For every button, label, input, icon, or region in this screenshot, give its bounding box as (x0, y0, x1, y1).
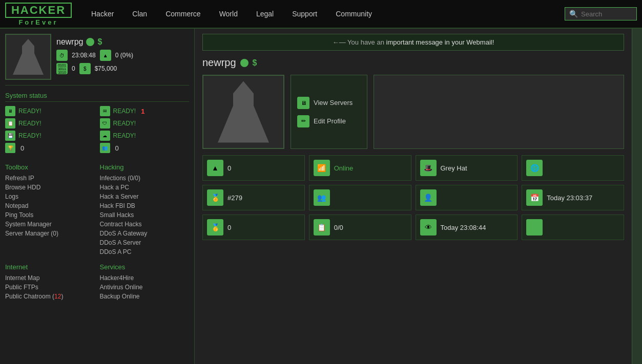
status-notepad-text: READY! (18, 120, 42, 127)
nav-clan[interactable]: Clan (128, 8, 151, 20)
system-status-title: System status (5, 92, 189, 102)
ddos-pc-link[interactable]: DDoS A PC (100, 248, 132, 255)
nav-commerce[interactable]: Commerce (161, 8, 204, 20)
nav-world[interactable]: World (215, 8, 242, 20)
monitor-icon: 🖥 (5, 106, 15, 116)
notepad-link[interactable]: Notepad (5, 202, 28, 209)
internet-links: Internet Map Public FTPs Public Chatroom… (5, 274, 95, 300)
internet-section: Internet Internet Map Public FTPs Public… (5, 263, 95, 302)
ddos-server-link[interactable]: DDoS A Server (100, 239, 141, 246)
stat-empty (522, 215, 624, 240)
time-val: 23:08:48 (72, 52, 96, 59)
list-item: Hack FBI DB (100, 202, 190, 209)
internet-map-link[interactable]: Internet Map (5, 274, 39, 282)
group1-icon: 👥 (314, 189, 330, 206)
empty-icon (526, 219, 543, 235)
list-item: DDoS A PC (100, 248, 190, 255)
logo[interactable]: HaCKer ForEver (5, 3, 72, 26)
list-item: Logs (5, 192, 95, 200)
antivirus-link[interactable]: Antivirus Online (100, 284, 143, 291)
nav-support[interactable]: Support (288, 8, 321, 20)
list-item: Hack a PC (100, 183, 190, 191)
ddos-gateway-link[interactable]: DDoS A Gateway (100, 230, 148, 237)
status-monitor: 🖥 READY! (5, 106, 95, 116)
people-icon: 👥 (100, 143, 110, 153)
main-content: ←— You have an important message in your… (195, 29, 632, 364)
browse-hdd-link[interactable]: Browse HDD (5, 184, 40, 191)
list-item: Refresh IP (5, 174, 95, 182)
stats-grid: ▲ 0 📶 Online 🎩 Grey Hat 🌐 🏅 #279 👥 (202, 155, 624, 240)
profile-section: newrpg $ ⏱ 23:08:48 ▲ 0 (0%) 01011011101… (5, 34, 189, 85)
backup-link[interactable]: Backup Online (100, 293, 140, 300)
dollar-icon: $ (97, 37, 102, 47)
globe-icon: 🌐 (526, 160, 543, 176)
internet-title: Internet (5, 263, 95, 271)
toolbox-section: Toolbox Refresh IP Browse HDD Logs Notep… (5, 158, 95, 257)
view-servers-link[interactable]: 🖥 View Servers (297, 97, 361, 109)
nav-legal[interactable]: Legal (252, 8, 278, 20)
xp-val: 0 (0%) (115, 52, 133, 59)
logs-link[interactable]: Logs (5, 193, 18, 200)
webmail-emphasis: important message in your Webmail! (386, 38, 494, 46)
xp-card-icon: ▲ (207, 160, 223, 176)
infections-link[interactable]: Infections (0/0) (100, 175, 140, 182)
server-manager-link[interactable]: Server Manager (0) (5, 230, 58, 237)
main-username: newrpg (202, 57, 236, 69)
avatar-silhouette (13, 39, 44, 75)
hack-fbi-link[interactable]: Hack FBI DB (100, 202, 135, 209)
public-chatroom-link[interactable]: Public Chatroom (12) (5, 293, 63, 300)
rank-val: #279 (227, 194, 242, 202)
status-people: 👥 0 (100, 143, 190, 153)
list-item: Backup Online (100, 292, 190, 300)
small-hacks-link[interactable]: Small Hacks (100, 211, 134, 219)
stat-xp: ▲ 0 (202, 155, 305, 181)
list-item: DDoS A Server (100, 239, 190, 246)
logo-forever-text: ForEver (5, 19, 72, 26)
profile-actions: 🖥 View Servers ✏ Edit Profile (291, 75, 367, 149)
edit-profile-link[interactable]: ✏ Edit Profile (297, 115, 361, 127)
list-item: Ping Tools (5, 211, 95, 219)
hacker4hire-link[interactable]: Hacker4Hire (100, 274, 134, 282)
hacking-links: Infections (0/0) Hack a PC Hack a Server… (100, 174, 190, 255)
internet-services-section: Internet Internet Map Public FTPs Public… (5, 257, 189, 302)
sidebar: newrpg $ ⏱ 23:08:48 ▲ 0 (0%) 01011011101… (0, 29, 195, 364)
view-servers-label: View Servers (314, 99, 353, 106)
main-avatar-silhouette (218, 81, 269, 143)
system-manager-link[interactable]: System Manager (5, 221, 52, 228)
hacking-title: Hacking (100, 163, 190, 171)
award-status-icon: 🏆 (5, 143, 15, 153)
hack-pc-link[interactable]: Hack a PC (100, 184, 129, 191)
bits-icon: 010110111010 (56, 63, 68, 74)
bits-money-row: 010110111010 0 $ $75,000 (56, 63, 189, 74)
hack-server-link[interactable]: Hack a Server (100, 193, 139, 200)
profile-info: newrpg $ ⏱ 23:08:48 ▲ 0 (0%) 01011011101… (56, 37, 189, 76)
status-award: 🏆 0 (5, 143, 95, 153)
nav-community[interactable]: Community (332, 8, 376, 20)
main-layout: newrpg $ ⏱ 23:08:48 ▲ 0 (0%) 01011011101… (0, 29, 642, 364)
profile-name-row: newrpg $ (56, 37, 189, 47)
navigation: HaCKer ForEver Hacker Clan Commerce Worl… (0, 0, 642, 29)
services-links: Hacker4Hire Antivirus Online Backup Onli… (100, 274, 190, 300)
profile-main: 🖥 View Servers ✏ Edit Profile (202, 75, 624, 149)
edit-profile-icon: ✏ (297, 115, 309, 127)
main-rank-icon (240, 59, 248, 67)
status-mail-text: READY! (113, 108, 136, 115)
list-item: DDoS A Gateway (100, 229, 190, 237)
nav-hacker[interactable]: Hacker (87, 8, 118, 20)
ping-tools-link[interactable]: Ping Tools (5, 211, 33, 219)
stat-rank: 🏅 #279 (202, 185, 305, 210)
list-item: Notepad (5, 202, 95, 209)
list-item: Browse HDD (5, 183, 95, 191)
wifi-icon: 📶 (314, 160, 330, 176)
refresh-ip-link[interactable]: Refresh IP (5, 175, 34, 182)
public-ftps-link[interactable]: Public FTPs (5, 284, 38, 291)
toolbox-title: Toolbox (5, 163, 95, 171)
system-status-grid: 🖥 READY! ✉ READY! 1 📋 READY! 🛡 READY! 💾 … (5, 106, 189, 153)
contract-hacks-link[interactable]: Contract Hacks (100, 221, 142, 228)
status-hdd: 💾 READY! (5, 131, 95, 141)
rank-icon (86, 38, 94, 46)
search-input[interactable] (581, 10, 632, 18)
stat-hat: 🎩 Grey Hat (416, 155, 518, 181)
hat-icon: 🎩 (420, 160, 437, 176)
stat-last-seen: 👁 Today 23:08:44 (416, 215, 518, 240)
